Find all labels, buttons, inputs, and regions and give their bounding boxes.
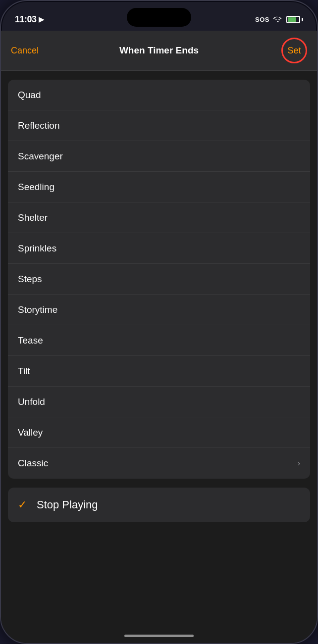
stop-playing-section: ✓ Stop Playing: [8, 488, 310, 522]
navigation-bar: Cancel When Timer Ends Set: [1, 31, 317, 71]
list-item-shelter[interactable]: Shelter: [8, 202, 310, 233]
list-item-storytime[interactable]: Storytime: [8, 295, 310, 325]
battery-indicator: [286, 16, 303, 23]
list-item-valley[interactable]: Valley: [8, 417, 310, 448]
list-item-tilt[interactable]: Tilt: [8, 356, 310, 387]
list-item-label: Scavenger: [18, 151, 300, 162]
list-item-label: Valley: [18, 427, 300, 438]
main-content: Cancel When Timer Ends Set Quad Reflecti…: [1, 31, 317, 643]
dynamic-island: [127, 8, 191, 27]
cancel-button[interactable]: Cancel: [11, 46, 46, 56]
list-item-quad[interactable]: Quad: [8, 80, 310, 110]
list-item-label: Reflection: [18, 120, 300, 131]
status-left: 11:03 ▶: [15, 14, 44, 25]
list-item-scavenger[interactable]: Scavenger: [8, 141, 310, 172]
list-item-unfold[interactable]: Unfold: [8, 387, 310, 417]
checkmark-icon: ✓: [18, 498, 27, 511]
set-button[interactable]: Set: [287, 46, 301, 56]
list-item-label: Shelter: [18, 212, 300, 223]
list-item-seedling[interactable]: Seedling: [8, 172, 310, 202]
set-button-container: Set: [272, 38, 307, 63]
list-item-label: Seedling: [18, 182, 300, 193]
battery-body: [286, 16, 300, 23]
phone-frame: 11:03 ▶ SOS Cancel When Timer Ends: [0, 0, 318, 644]
list-item-sprinkles[interactable]: Sprinkles: [8, 233, 310, 264]
chevron-right-icon: ›: [298, 459, 300, 468]
list-item-label: Steps: [18, 274, 300, 285]
list-item-label: Tilt: [18, 366, 300, 377]
sos-indicator: SOS: [255, 16, 269, 23]
list-item-reflection[interactable]: Reflection: [8, 110, 310, 141]
wifi-icon: [273, 15, 282, 24]
stop-playing-label: Stop Playing: [37, 498, 98, 511]
list-item-label: Quad: [18, 90, 300, 100]
location-icon: ▶: [39, 15, 44, 23]
ringtones-list: Quad Reflection Scavenger Seedling Shelt…: [8, 80, 310, 479]
stop-playing-button[interactable]: ✓ Stop Playing: [8, 488, 310, 522]
battery-tip: [302, 18, 303, 21]
page-title: When Timer Ends: [46, 45, 272, 56]
battery-fill: [288, 17, 296, 22]
list-item-label: Tease: [18, 335, 300, 346]
list-item-steps[interactable]: Steps: [8, 264, 310, 295]
list-item-label: Classic: [18, 458, 298, 469]
list-item-label: Sprinkles: [18, 243, 300, 254]
list-item-label: Unfold: [18, 396, 300, 407]
list-item-label: Storytime: [18, 304, 300, 315]
status-right: SOS: [255, 15, 303, 24]
status-time: 11:03: [15, 14, 37, 25]
home-indicator[interactable]: [124, 635, 194, 637]
list-item-tease[interactable]: Tease: [8, 325, 310, 356]
list-item-classic[interactable]: Classic ›: [8, 448, 310, 479]
set-circle[interactable]: Set: [281, 38, 307, 63]
